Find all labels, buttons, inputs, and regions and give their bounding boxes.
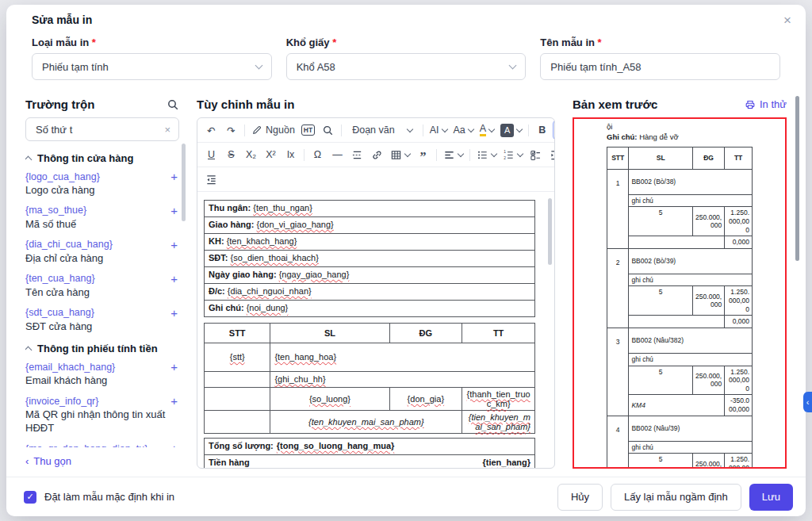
- merge-field-item[interactable]: {ten_cua_hang}+Tên cửa hàng: [25, 269, 179, 303]
- preview-scrollbar[interactable]: [795, 96, 799, 261]
- toolbar-row-1: ↶ ↷ Nguồn HT Đoạn văn AI Aa: [197, 118, 554, 143]
- search-input[interactable]: [34, 123, 159, 136]
- horizontal-line-button[interactable]: —: [328, 145, 347, 164]
- source-button[interactable]: Nguồn: [249, 121, 297, 140]
- modal-header: Sửa mẫu in ×: [6, 5, 806, 35]
- preview-header-row: STTSLĐGTT: [607, 147, 753, 170]
- todo-list-button[interactable]: [527, 145, 545, 164]
- merge-field-item[interactable]: {email_khach_hang}+Email khách hàng: [25, 357, 179, 391]
- cancel-button[interactable]: Hủy: [557, 484, 603, 511]
- show-blocks-button[interactable]: HT: [299, 121, 317, 140]
- font-color-dropdown[interactable]: A: [477, 121, 496, 140]
- close-icon[interactable]: ×: [783, 13, 791, 27]
- ai-dropdown[interactable]: AI: [427, 121, 450, 140]
- template-line: Giao hàng: {don_vi_giao_hang}: [204, 216, 535, 234]
- paper-size-select[interactable]: Khổ A58: [286, 53, 527, 80]
- add-field-button[interactable]: +: [170, 239, 179, 251]
- numbered-list-dropdown[interactable]: 12: [500, 145, 525, 164]
- summary-quantity-row: Tổng số lượng:{tong_so_luong_hang_mua}: [204, 438, 535, 455]
- print-test-link[interactable]: In thử: [745, 98, 787, 110]
- editor-scrollbar[interactable]: [548, 198, 552, 265]
- sidebar-sections: Thông tin cửa hàng{logo_cua_hang}+Logo c…: [25, 146, 179, 447]
- col-header-sl: SL: [270, 323, 389, 343]
- template-line: Ngày giao hàng: {ngay_giao_hang}: [204, 266, 535, 284]
- preview-price-cell: 250.000,000: [692, 286, 724, 316]
- collapse-panel-tab[interactable]: ‹: [803, 392, 812, 412]
- merge-field-row: {logo_cua_hang}+: [25, 170, 179, 182]
- empty-cell: [205, 371, 270, 387]
- underline-button[interactable]: U: [202, 145, 220, 164]
- add-field-button[interactable]: +: [170, 395, 179, 407]
- search-icon[interactable]: [167, 98, 179, 111]
- merge-field-item[interactable]: {ma_so_thue}+Mã số thuế: [25, 201, 179, 235]
- collapse-sidebar-link[interactable]: ‹ Thu gọn: [25, 447, 179, 477]
- outdent-button[interactable]: [202, 170, 220, 189]
- merge-field-label: Mã QR ghi nhận thông tin xuất HĐĐT: [25, 408, 179, 435]
- preview-group-row: ghi chú: [607, 441, 753, 454]
- add-field-button[interactable]: +: [170, 205, 179, 216]
- template-line-label: Thu ngân:: [209, 203, 251, 213]
- preview-item-name-cell: BB002 (Nâu/382): [629, 328, 753, 353]
- page-break-button[interactable]: [348, 145, 366, 164]
- page-break-icon: [351, 149, 363, 161]
- find-replace-button[interactable]: [319, 121, 337, 140]
- special-character-button[interactable]: Ω: [308, 145, 327, 164]
- font-size-dropdown[interactable]: Aa: [451, 121, 476, 140]
- edit-print-template-modal: Sửa mẫu in × Loại mẫu in * Phiếu tạm tín…: [6, 5, 806, 516]
- toolbar-separator: [244, 125, 245, 136]
- sidebar-title: Trường trộn: [25, 98, 94, 111]
- add-field-button[interactable]: +: [170, 170, 179, 182]
- merge-field-item[interactable]: {sdt_cua_hang}+SĐT cửa hàng: [25, 303, 179, 337]
- clear-search-icon[interactable]: ×: [164, 124, 170, 136]
- preview-stt-cell: 3: [607, 328, 629, 416]
- indent-icon: [550, 149, 555, 161]
- remove-format-button[interactable]: Ix: [282, 145, 300, 164]
- bulleted-list-dropdown[interactable]: [474, 145, 499, 164]
- merge-field-item[interactable]: {dia_chi_cua_hang}+Địa chỉ cửa hàng: [25, 235, 179, 269]
- required-mark: *: [598, 36, 602, 48]
- merge-field-item[interactable]: {invoice_info_qr}+Mã QR ghi nhận thông t…: [25, 391, 179, 439]
- merge-field-item[interactable]: {ma_qr_don_hang_dien_tu}+Mã QR đơn hàng …: [25, 439, 179, 447]
- redo-button[interactable]: ↷: [222, 121, 240, 140]
- add-field-button[interactable]: +: [170, 307, 179, 319]
- italic-button[interactable]: I: [553, 121, 555, 140]
- subscript-button[interactable]: X₂: [242, 145, 260, 164]
- block-quote-button[interactable]: ”: [414, 145, 432, 164]
- merge-field-code: {invoice_info_qr}: [25, 396, 98, 407]
- paragraph-style-dropdown[interactable]: Đoạn văn: [346, 121, 419, 140]
- preview-table: STTSLĐGTT1BB002 (Bò/38)ghi chú5250.000,0…: [607, 147, 753, 469]
- receipt-note-value: Hàng dễ vỡ: [639, 132, 679, 141]
- editor-content[interactable]: Thu ngân: {ten_thu_ngan}Giao hàng: {don_…: [197, 192, 554, 468]
- merge-field-item[interactable]: {logo_cua_hang}+Logo cửa hàng: [25, 167, 179, 201]
- highlight-color-dropdown[interactable]: A: [498, 121, 524, 140]
- alignment-dropdown[interactable]: [441, 145, 465, 164]
- search-box: ×: [25, 117, 179, 141]
- template-line: Đ/c: {dia_chi_nguoi_nhan}: [204, 283, 535, 301]
- reset-template-button[interactable]: Lấy lại mẫu ngầm định: [611, 484, 741, 511]
- bold-button[interactable]: B: [533, 121, 551, 140]
- merge-field-label: Logo cửa hàng: [25, 184, 179, 197]
- toolbar-separator: [528, 125, 529, 136]
- merge-code: {ngay_giao_hang}: [279, 270, 350, 279]
- toolbar-separator: [341, 125, 342, 136]
- sidebar-section-header[interactable]: Thông tin phiếu tính tiền: [25, 336, 179, 357]
- indent-button[interactable]: [546, 145, 555, 164]
- link-button[interactable]: [368, 145, 386, 164]
- save-button[interactable]: Lưu: [749, 484, 793, 511]
- sidebar-scrollbar[interactable]: [182, 144, 186, 221]
- outdent-icon: [205, 174, 217, 186]
- paper-size-value: Khổ A58: [297, 61, 335, 73]
- default-template-checkbox[interactable]: ✓: [24, 491, 36, 504]
- insert-table-dropdown[interactable]: [388, 145, 412, 164]
- template-type-select[interactable]: Phiếu tạm tính: [32, 53, 272, 80]
- add-field-button[interactable]: +: [170, 361, 179, 373]
- preview-item-name-cell: BB002 (Bò/39): [629, 248, 753, 274]
- sidebar-section-header[interactable]: Thông tin cửa hàng: [25, 146, 179, 167]
- strikethrough-button[interactable]: S: [222, 145, 240, 164]
- add-field-button[interactable]: +: [170, 273, 179, 285]
- superscript-button[interactable]: X²: [262, 145, 280, 164]
- template-name-input[interactable]: [540, 53, 780, 80]
- undo-button[interactable]: ↶: [202, 121, 220, 140]
- editor-title: Tùy chỉnh mẫu in: [197, 91, 555, 117]
- template-name-label: Tên mẫu in: [540, 36, 595, 48]
